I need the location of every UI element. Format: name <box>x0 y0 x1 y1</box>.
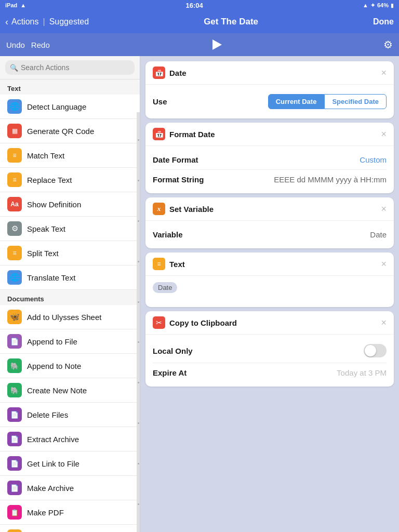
list-item[interactable]: 📄 Extract Archive <box>0 427 140 451</box>
list-item[interactable]: 🐘 Append to Note <box>0 354 140 378</box>
battery-icon: ▮ <box>391 3 394 8</box>
expire-at-row: Expire At Today at 3 PM <box>153 363 387 380</box>
sidebar-list: Text 🌐 Detect Language ▦ Generate QR Cod… <box>0 79 140 532</box>
set-variable-header: x Set Variable × <box>145 197 394 221</box>
local-only-label: Local Only <box>153 347 193 355</box>
text-card-title: Text <box>169 260 185 269</box>
speak-text-label: Speak Text <box>27 224 65 233</box>
list-item[interactable]: 🦋 Add to Ulysses Sheet <box>0 305 140 329</box>
format-string-row: Format String EEEE dd MMMM yyyy à HH:mm <box>153 170 387 187</box>
format-date-header-left: 📅 Format Date <box>153 128 215 140</box>
list-item[interactable]: ▦ Generate QR Code <box>0 119 140 143</box>
text-card-body: Date <box>145 276 394 307</box>
date-format-value[interactable]: Custom <box>360 155 387 164</box>
match-text-icon: ≡ <box>7 148 22 163</box>
detect-language-label: Detect Language <box>27 102 86 111</box>
date-use-segmented[interactable]: Current Date Specified Date <box>268 94 387 109</box>
list-item[interactable]: 🌐 Detect Language <box>0 95 140 119</box>
clipboard-title: Copy to Clipboard <box>169 318 237 327</box>
search-icon: 🔍 <box>10 64 18 72</box>
toggle-knob <box>365 345 376 356</box>
list-item[interactable]: ≡ Match Text <box>0 143 140 168</box>
current-date-button[interactable]: Current Date <box>268 94 325 109</box>
back-chevron-icon[interactable]: ‹ <box>5 17 8 28</box>
suggested-button[interactable]: Suggested <box>49 17 89 26</box>
list-item[interactable]: ≡ Replace Text <box>0 168 140 192</box>
section-header-text: Text <box>0 79 140 95</box>
append-note-icon: 🐘 <box>7 358 22 373</box>
set-variable-close[interactable]: × <box>381 204 387 215</box>
play-icon <box>212 39 222 50</box>
clipboard-card: ✂ Copy to Clipboard × Local Only Expire … <box>145 311 394 387</box>
format-date-title: Format Date <box>169 130 215 139</box>
done-button[interactable]: Done <box>373 17 394 26</box>
date-card-title: Date <box>169 69 187 77</box>
date-use-label: Use <box>153 97 167 106</box>
get-link-icon: 📄 <box>7 456 22 471</box>
expire-at-label: Expire At <box>153 368 187 377</box>
play-button[interactable] <box>209 37 224 52</box>
back-button[interactable]: Actions <box>11 17 38 26</box>
content-area: 📅 Date × Use Current Date Specified Date <box>140 56 399 532</box>
specified-date-button[interactable]: Specified Date <box>324 94 387 109</box>
list-item[interactable]: 🌐 Translate Text <box>0 265 140 290</box>
format-date-close[interactable]: × <box>381 129 387 140</box>
clipboard-close[interactable]: × <box>381 317 387 328</box>
list-item[interactable]: 📋 Make PDF <box>0 500 140 525</box>
date-card-header-left: 📅 Date <box>153 66 187 79</box>
list-item[interactable]: 📄 Append to File <box>0 329 140 354</box>
list-item[interactable]: 🐘 Create New Note <box>0 378 140 403</box>
sidebar: 🔍 Text 🌐 Detect Language ▦ Generate QR C… <box>0 56 140 532</box>
search-bar: 🔍 <box>0 56 140 79</box>
local-only-toggle[interactable] <box>364 344 387 357</box>
gear-button[interactable]: ⚙ <box>383 38 393 51</box>
append-file-icon: 📄 <box>7 334 22 349</box>
match-text-label: Match Text <box>27 151 64 160</box>
split-text-label: Split Text <box>27 249 59 258</box>
list-item[interactable]: Aa Show Definition <box>0 192 140 217</box>
speak-text-icon: ⚙ <box>7 221 22 236</box>
expire-at-value: Today at 3 PM <box>337 368 387 377</box>
list-item[interactable]: 📄 Delete Files <box>0 403 140 427</box>
nav-left[interactable]: ‹ Actions | Suggested <box>5 17 89 28</box>
toolbar: Undo Redo ⚙ <box>0 33 399 56</box>
date-format-row: Date Format Custom <box>153 152 387 170</box>
text-card-icon: ≡ <box>153 258 165 270</box>
list-item[interactable]: 🦋 New Ulysses Sheet <box>0 525 140 532</box>
date-use-row: Use Current Date Specified Date <box>153 91 387 112</box>
status-time: 16:04 <box>185 2 203 9</box>
list-item[interactable]: 📄 Get Link to File <box>0 451 140 476</box>
redo-button[interactable]: Redo <box>31 41 50 49</box>
detect-language-icon: 🌐 <box>7 99 22 114</box>
variable-row: Variable Date <box>153 227 387 242</box>
date-tag: Date <box>153 282 177 293</box>
bluetooth-icon: ✦ <box>370 2 375 9</box>
format-date-header: 📅 Format Date × <box>145 123 394 146</box>
make-pdf-label: Make PDF <box>27 508 64 517</box>
replace-text-icon: ≡ <box>7 172 22 187</box>
list-item[interactable]: 📄 Make Archive <box>0 476 140 500</box>
list-item[interactable]: ≡ Split Text <box>0 241 140 265</box>
date-card-close[interactable]: × <box>381 68 387 78</box>
local-only-row: Local Only <box>153 341 387 363</box>
format-date-icon: 📅 <box>153 128 165 140</box>
status-left: iPad ▲ <box>5 2 26 8</box>
clipboard-header-left: ✂ Copy to Clipboard <box>153 316 237 329</box>
delete-files-icon: 📄 <box>7 407 22 422</box>
date-format-label: Date Format <box>153 155 198 164</box>
create-note-label: Create New Note <box>27 386 87 395</box>
translate-text-icon: 🌐 <box>7 270 22 285</box>
undo-button[interactable]: Undo <box>6 41 25 49</box>
format-date-body: Date Format Custom Format String EEEE dd… <box>145 146 394 193</box>
make-pdf-icon: 📋 <box>7 505 22 520</box>
text-card-header: ≡ Text × <box>145 252 394 276</box>
text-card-close[interactable]: × <box>381 259 387 270</box>
section-header-documents: Documents <box>0 290 140 305</box>
search-wrap: 🔍 <box>5 60 135 75</box>
text-card-header-left: ≡ Text <box>153 258 185 270</box>
list-item[interactable]: ⚙ Speak Text <box>0 217 140 241</box>
add-ulysses-icon: 🦋 <box>7 310 22 324</box>
search-input[interactable] <box>5 60 135 75</box>
clipboard-header: ✂ Copy to Clipboard × <box>145 311 394 335</box>
format-string-value: EEEE dd MMMM yyyy à HH:mm <box>274 175 387 184</box>
